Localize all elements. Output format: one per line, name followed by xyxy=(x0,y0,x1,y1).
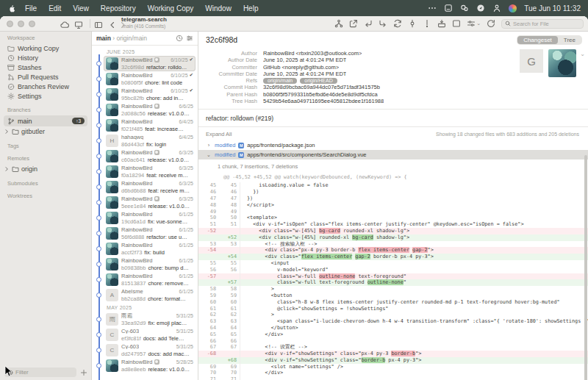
commit-row[interactable]: RainbowBird6/10/25✔95bc82fbchore: add in… xyxy=(104,87,196,102)
changed-file-row[interactable]: ›modifiedMapps/frontend/package.json xyxy=(198,140,588,150)
window-controls[interactable] xyxy=(7,21,35,27)
old-line-number: -54 xyxy=(198,247,219,254)
menu-item-working-copy[interactable]: Working Copy xyxy=(142,4,200,12)
view-option-tree[interactable]: Tree xyxy=(558,36,581,44)
cloud-sync-icon[interactable] xyxy=(60,21,69,29)
menu-item-file[interactable]: File xyxy=(19,4,43,12)
minimize-window-button[interactable] xyxy=(18,21,24,27)
metadata-value: June 10, 2025 at 4:01:24 PM EDT xyxy=(263,71,346,77)
diff-code: <div class="px-4 py-3 border-b flex item… xyxy=(240,247,588,254)
commit-row[interactable]: RainbowBird6/4/25f021f485feat: increase… xyxy=(104,118,196,133)
old-line-number: 65 xyxy=(198,331,219,338)
diff-scrollbar[interactable] xyxy=(584,155,587,380)
toolbar-pull-icon[interactable] xyxy=(364,19,373,28)
metadata-label: Commit Hash xyxy=(198,84,263,90)
file-search-input[interactable]: Search for File xyxy=(501,19,584,29)
commit-row[interactable]: RainbowBird6/3/255eee1e84release: v1.0.0… xyxy=(104,195,196,210)
new-line-number: +68 xyxy=(219,357,240,364)
menubar-user-icon[interactable] xyxy=(492,4,501,12)
sidebar-item-history[interactable]: History xyxy=(0,53,91,62)
sidebar-branch-folder-gitbutler[interactable]: gitbutler xyxy=(0,126,91,137)
commit-row[interactable]: RainbowBird6/1/2556f6d888refactor: use u… xyxy=(104,226,196,241)
commit-row[interactable]: CCy-6035/31/25ef3fc81fdocs: add Tele… xyxy=(104,327,196,343)
add-repository-button[interactable] xyxy=(80,369,87,376)
detail-collapse-chevron-icon[interactable]: ⌄ xyxy=(580,51,585,57)
menubar-circles-icon[interactable] xyxy=(460,4,469,12)
sidebar-item-stashes[interactable]: Stashes xyxy=(0,62,91,72)
commit-row[interactable]: RainbowBird6/1/25b09838bbchore: bump d… xyxy=(104,257,196,272)
menubar-clock[interactable]: Tue Jun 10 11:32 xyxy=(524,4,581,12)
list-filter-icon[interactable] xyxy=(186,35,193,42)
sidebar-item-branches-review[interactable]: Branches Review xyxy=(0,82,91,91)
zoom-window-button[interactable] xyxy=(29,21,35,27)
commit-row[interactable]: CCy-6035/31/25dd247957docs: add mac… xyxy=(104,343,196,358)
commit-graph-node xyxy=(96,293,101,298)
toggle-sidebar-icon[interactable] xyxy=(94,21,103,29)
pinwheel-icon[interactable] xyxy=(509,4,517,12)
menubar-grid-icon[interactable] xyxy=(444,4,453,12)
new-line-number: 46 xyxy=(219,189,240,196)
close-window-button[interactable] xyxy=(7,21,13,27)
chevron-right-icon[interactable]: › xyxy=(206,143,212,148)
menu-item-window[interactable]: Window xyxy=(199,4,237,12)
sidebar-remote-origin[interactable]: origin xyxy=(0,164,91,174)
old-line-number xyxy=(198,279,219,286)
sidebar-item-settings[interactable]: Settings xyxy=(0,91,91,101)
commit-row[interactable]: RainbowBird6/3/25f0a18294feat: receive m… xyxy=(104,164,196,179)
sidebar-item-label: Branches Review xyxy=(18,83,69,90)
commit-author-avatar xyxy=(106,73,118,85)
branch-breadcrumb[interactable]: main › origin/main xyxy=(96,35,173,42)
toolbar-network-icon[interactable] xyxy=(334,19,343,28)
window-title: telegram-search main (416 Commits) xyxy=(103,17,185,29)
apple-icon[interactable] xyxy=(7,4,16,12)
diff-line: +54 <div class="flex items-center gap-2 … xyxy=(198,254,588,260)
metadata-value: 5429b54e6aa049711695ee405812bdee1f161988 xyxy=(263,98,384,104)
commit-row[interactable]: AAbeIsme6/1/25bb2ca88dchore: format… xyxy=(104,287,196,303)
menu-item-repository[interactable]: Repository xyxy=(95,4,142,12)
commit-author-name: Cy-603 xyxy=(121,344,139,350)
menubar-more-icon[interactable] xyxy=(428,4,437,12)
sidebar-filter-input[interactable]: Filter xyxy=(4,368,76,377)
menu-item-view[interactable]: View xyxy=(67,4,95,12)
commit-short-hash: ef3fc81f xyxy=(121,336,141,342)
sidebar-submodules-header: Submodules xyxy=(7,180,91,187)
head-dropdown[interactable]: ⌄ xyxy=(467,19,481,28)
repo-title: telegram-search xyxy=(103,17,185,23)
menu-item-help[interactable]: Help xyxy=(237,4,265,12)
refresh-icon[interactable] xyxy=(487,19,495,28)
commit-row[interactable]: Hhahaqwq6/4/2586d443cffix: login xyxy=(104,133,196,148)
commit-date: 6/10/25 xyxy=(171,88,187,93)
toolbar-stash-icon[interactable] xyxy=(437,19,446,28)
expand-all-button[interactable]: Expand All xyxy=(206,131,232,137)
toolbar-commit-icon[interactable] xyxy=(408,19,417,28)
sidebar-branch-main[interactable]: main ↑3 xyxy=(4,115,87,126)
commit-row[interactable]: RainbowBird6/6/252d088c56release: v1.0.0… xyxy=(104,102,196,118)
toolbar-share-icon[interactable] xyxy=(349,19,358,28)
diff-code: @click="showSettings = !showSettings" xyxy=(240,306,588,312)
toolbar-fetch-icon[interactable] xyxy=(393,19,402,28)
sidebar-item-pull-requests[interactable]: Pull Requests xyxy=(0,72,91,82)
open-in-app-icon[interactable] xyxy=(74,21,83,29)
commit-row[interactable]: RainbowBird6/1/2581513837chore: remove… xyxy=(104,272,196,287)
commit-row[interactable]: RainbowBird6/10/25✔b0806f5fchore: lint c… xyxy=(104,71,196,87)
commit-row[interactable]: RainbowBird6/1/25accf2f73fix: build xyxy=(104,241,196,257)
commit-row[interactable]: RainbowBird6/1/2519cd6a1dfix: vue-sonne… xyxy=(104,210,196,226)
toolbar-warn-icon[interactable] xyxy=(423,19,431,28)
sidebar-remotes-header: Remotes xyxy=(7,155,91,162)
chevron-down-icon[interactable]: ⌄ xyxy=(206,152,212,158)
commit-row[interactable]: 雨雨霜5/31/2533ea92d9fix: emoji plac… xyxy=(104,312,196,327)
changed-file-row[interactable]: ⌄modifiedMapps/frontend/src/components/S… xyxy=(198,150,588,159)
view-option-changeset[interactable]: Changeset xyxy=(517,36,558,44)
menu-item-edit[interactable]: Edit xyxy=(43,4,67,12)
old-line-number: 67 xyxy=(198,344,219,351)
toolbar-box-icon[interactable] xyxy=(452,19,461,28)
commit-row[interactable]: RainbowBird6/3/25d6bd6b88feat: receive m… xyxy=(104,179,196,195)
history-clock-icon[interactable] xyxy=(176,35,183,42)
commit-row[interactable]: RainbowBird6/3/25c60ac641release: v1.0.0… xyxy=(104,148,196,164)
menubar-shield-icon[interactable] xyxy=(476,4,485,12)
commit-message-preview: feat: receive m… xyxy=(146,173,188,179)
commit-row[interactable]: RainbowBird6/10/25✔32c6f98drefactor: rol… xyxy=(104,56,196,71)
toolbar-push-icon[interactable] xyxy=(379,19,387,28)
commit-row[interactable]: RainbowBird5/28/25ad8e8eebrelease: v1.0.… xyxy=(104,358,196,373)
sidebar-item-working-copy[interactable]: Working Copy xyxy=(0,43,91,53)
